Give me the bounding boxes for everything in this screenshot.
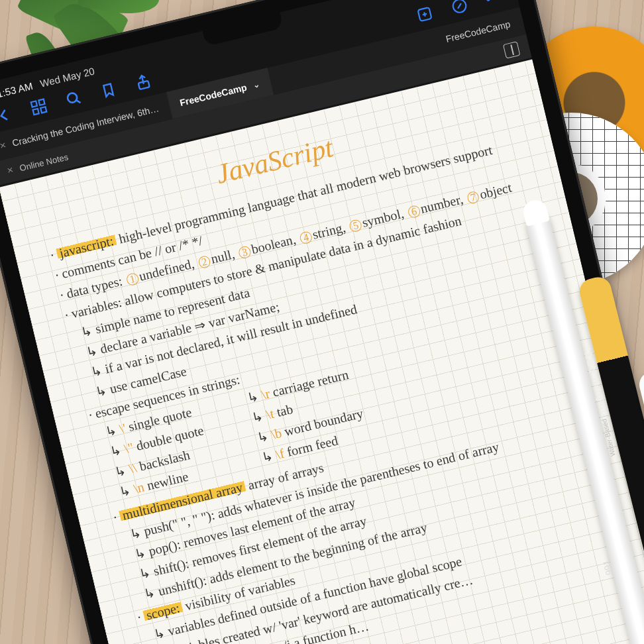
bookmark-icon[interactable]: [98, 80, 119, 101]
back-icon[interactable]: [0, 105, 15, 125]
svg-rect-4: [40, 107, 46, 113]
svg-point-5: [67, 92, 78, 103]
more-icon[interactable]: •••: [484, 0, 506, 7]
svg-rect-2: [38, 99, 44, 105]
share-icon[interactable]: [133, 72, 153, 92]
split-view-icon[interactable]: [503, 41, 521, 59]
page-tab-label: Online Notes: [19, 152, 70, 173]
scene-desk: @LITTLESTUDYBUDDY 11:53 AM Wed May 20: [0, 0, 644, 644]
chevron-down-icon: ⌄: [252, 80, 260, 90]
new-note-icon[interactable]: [414, 4, 435, 25]
close-icon[interactable]: ×: [6, 164, 15, 177]
svg-rect-6: [138, 81, 150, 89]
close-icon[interactable]: ×: [0, 139, 7, 152]
grid-icon[interactable]: [28, 97, 49, 117]
svg-rect-3: [33, 109, 39, 115]
pen-tool-icon[interactable]: [449, 0, 470, 17]
svg-rect-1: [31, 101, 37, 107]
search-icon[interactable]: [63, 88, 83, 109]
ipad-device: 11:53 AM Wed May 20 56%: [0, 0, 644, 644]
